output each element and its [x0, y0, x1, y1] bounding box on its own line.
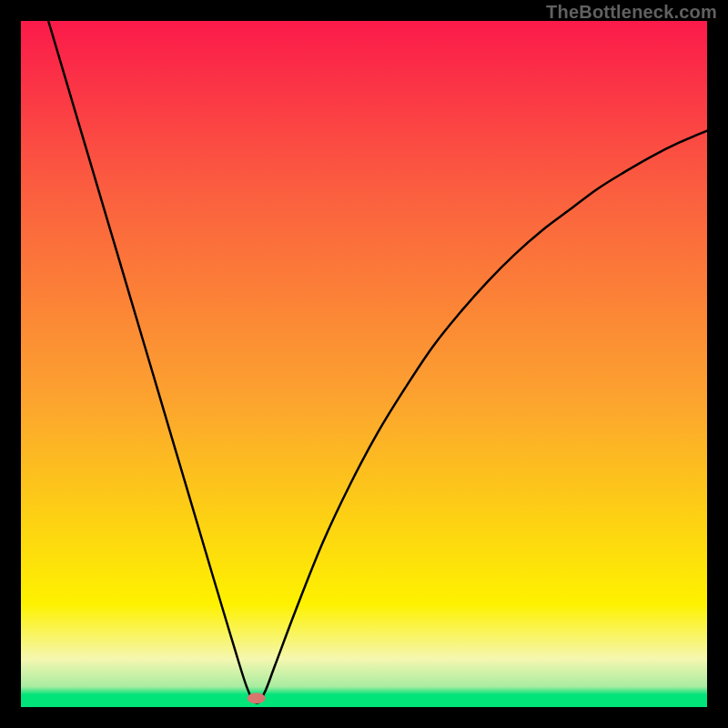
plot-svg — [21, 21, 707, 707]
optimal-point-marker — [248, 693, 266, 703]
chart-frame: TheBottleneck.com — [0, 0, 728, 728]
gradient-background — [21, 21, 707, 707]
plot-area — [21, 21, 707, 707]
watermark-text: TheBottleneck.com — [546, 2, 717, 23]
